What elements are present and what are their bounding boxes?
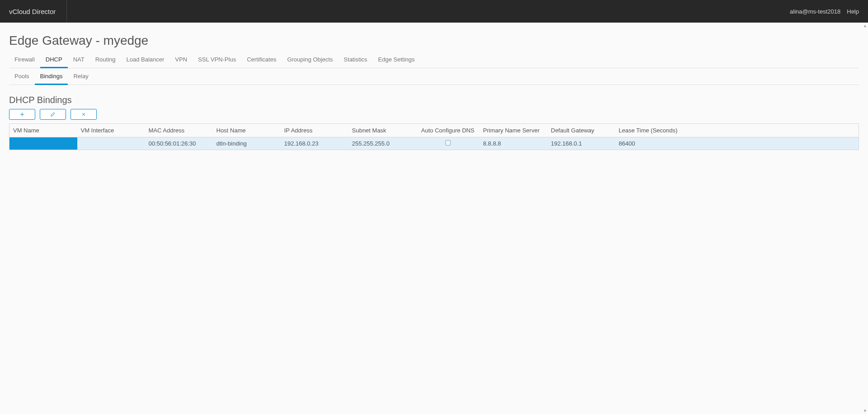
tab-edge-settings[interactable]: Edge Settings — [373, 52, 420, 68]
cell-primary-dns[interactable]: 8.8.8.8 — [480, 137, 547, 150]
cell-mac[interactable]: 00:50:56:01:26:30 — [145, 137, 213, 150]
tab-certificates[interactable]: Certificates — [241, 52, 282, 68]
topbar: vCloud Director alina@ms-test2018 Help — [0, 0, 868, 23]
cell-gateway[interactable]: 192.168.0.1 — [547, 137, 615, 150]
col-vm-interface[interactable]: VM Interface — [77, 124, 145, 137]
col-primary-dns[interactable]: Primary Name Server — [480, 124, 547, 137]
topbar-right: alina@ms-test2018 Help — [790, 8, 859, 15]
subtab-pools[interactable]: Pools — [9, 69, 35, 85]
toolbar — [9, 109, 859, 120]
page-title: Edge Gateway - myedge — [9, 33, 859, 48]
section-title: DHCP Bindings — [9, 95, 859, 105]
col-ip[interactable]: IP Address — [281, 124, 349, 137]
cell-auto-dns[interactable] — [416, 137, 480, 150]
cell-lease[interactable]: 86400 — [615, 137, 859, 150]
secondary-tabs: Pools Bindings Relay — [9, 69, 859, 85]
cell-vm-name[interactable] — [9, 137, 77, 150]
cell-vm-interface[interactable] — [77, 137, 145, 150]
col-lease[interactable]: Lease Time (Seconds) — [615, 124, 859, 137]
user-menu[interactable]: alina@ms-test2018 — [790, 8, 840, 15]
subtab-bindings[interactable]: Bindings — [35, 69, 68, 85]
app-title: vCloud Director — [9, 8, 56, 15]
topbar-left: vCloud Director — [9, 0, 75, 23]
scroll-up-icon[interactable]: ▲ — [863, 24, 867, 28]
help-link[interactable]: Help — [847, 8, 859, 15]
edit-button[interactable] — [40, 109, 66, 120]
cell-subnet[interactable]: 255.255.255.0 — [349, 137, 416, 150]
tab-nat[interactable]: NAT — [68, 52, 90, 68]
cell-ip[interactable]: 192.168.0.23 — [281, 137, 349, 150]
tab-dhcp[interactable]: DHCP — [40, 52, 68, 68]
tab-firewall[interactable]: Firewall — [9, 52, 40, 68]
tab-statistics[interactable]: Statistics — [338, 52, 373, 68]
col-host[interactable]: Host Name — [213, 124, 281, 137]
scroll-down-icon[interactable]: ▼ — [863, 409, 867, 413]
pencil-icon — [50, 112, 56, 117]
close-icon — [81, 112, 86, 117]
tab-vpn[interactable]: VPN — [170, 52, 193, 68]
col-subnet[interactable]: Subnet Mask — [349, 124, 416, 137]
topbar-divider — [66, 0, 67, 23]
table-header-row: VM Name VM Interface MAC Address Host Na… — [9, 124, 859, 137]
cell-host[interactable]: dtln-binding — [213, 137, 281, 150]
col-mac[interactable]: MAC Address — [145, 124, 213, 137]
primary-tabs: Firewall DHCP NAT Routing Load Balancer … — [9, 52, 859, 68]
content: Edge Gateway - myedge Firewall DHCP NAT … — [0, 23, 868, 150]
plus-icon — [19, 112, 25, 117]
tab-ssl-vpn-plus[interactable]: SSL VPN-Plus — [193, 52, 241, 68]
bindings-table: VM Name VM Interface MAC Address Host Na… — [9, 123, 859, 150]
col-auto-dns[interactable]: Auto Configure DNS — [416, 124, 480, 137]
vertical-scrollbar[interactable]: ▲ ▼ — [863, 24, 867, 413]
table-row[interactable]: 00:50:56:01:26:30 dtln-binding 192.168.0… — [9, 137, 859, 150]
subtab-relay[interactable]: Relay — [68, 69, 94, 85]
tab-grouping-objects[interactable]: Grouping Objects — [282, 52, 338, 68]
tab-routing[interactable]: Routing — [90, 52, 121, 68]
checkbox-unchecked-icon[interactable] — [445, 140, 451, 146]
col-gateway[interactable]: Default Gateway — [547, 124, 615, 137]
delete-button[interactable] — [71, 109, 97, 120]
add-button[interactable] — [9, 109, 35, 120]
tab-load-balancer[interactable]: Load Balancer — [121, 52, 170, 68]
col-vm-name[interactable]: VM Name — [9, 124, 77, 137]
